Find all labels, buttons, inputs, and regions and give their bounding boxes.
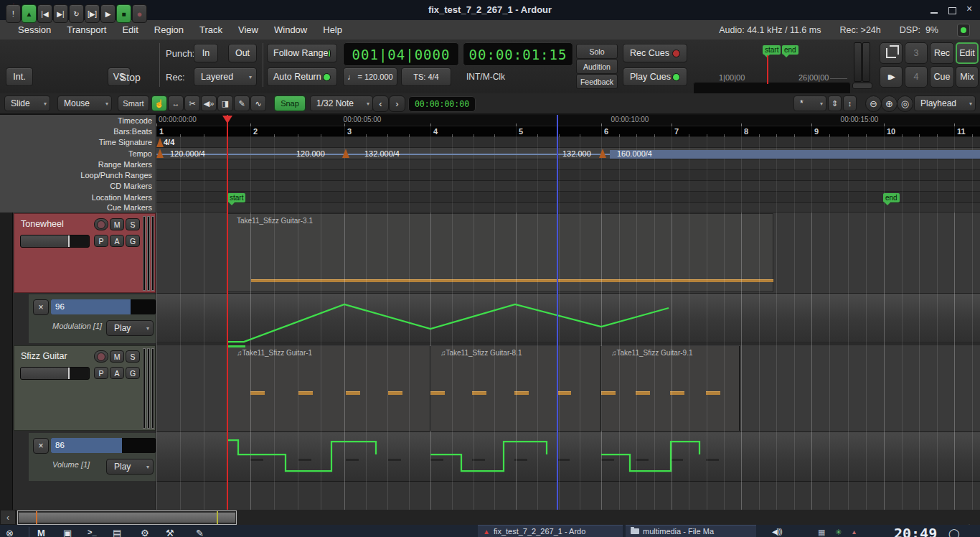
recorder-page-button[interactable]: Rec (930, 42, 954, 64)
timesig-marker-icon[interactable] (156, 138, 164, 147)
metronome-button[interactable]: ▲ (22, 4, 37, 23)
follow-range-button[interactable]: Follow Range (267, 44, 337, 62)
sync-source-button[interactable]: Int. (6, 67, 33, 86)
pencil-icon[interactable]: ✎ (196, 528, 204, 537)
mouse-mode-dropdown[interactable]: Mouse▾ (57, 95, 112, 111)
ruler-row-cue-markers[interactable] (156, 203, 980, 213)
menu-window[interactable]: Window (266, 24, 315, 35)
menu-edit[interactable]: Edit (114, 24, 146, 35)
playlist-button[interactable]: P (94, 367, 108, 379)
draw-tool-button[interactable]: ✎ (234, 95, 250, 111)
playlist-button[interactable]: P (94, 235, 108, 247)
record-button[interactable]: ● (132, 4, 147, 23)
midi-note[interactable] (706, 391, 720, 395)
region-Take11_Sfizz Guitar-1[interactable] (227, 346, 430, 431)
summary-range[interactable] (19, 513, 235, 523)
image-viewer-icon[interactable]: ▣ (63, 528, 72, 537)
midi-note[interactable] (388, 391, 402, 395)
tempo-button[interactable]: ♩ = 120.000 (343, 67, 397, 86)
play-button[interactable]: ▶ (100, 4, 116, 23)
snap-button[interactable]: Snap (274, 95, 306, 111)
rec-cues-button[interactable]: Rec Cues (623, 44, 687, 62)
loop-button[interactable]: ↻ (69, 4, 84, 23)
automation-button[interactable]: A (110, 367, 124, 379)
punch-out-button[interactable]: Out (228, 44, 257, 62)
stretch-tool-button[interactable]: ◨ (217, 95, 233, 111)
midi-note[interactable] (430, 391, 445, 395)
gain-fader[interactable] (20, 235, 90, 248)
stop-button[interactable]: ■ (116, 4, 131, 23)
scene-3-button[interactable]: 3 (905, 42, 928, 64)
error-log-button[interactable] (957, 24, 970, 37)
ruler-row-location-markers[interactable] (156, 192, 980, 203)
nav-prev-button[interactable]: ‹ (372, 95, 389, 112)
midi-note[interactable] (601, 391, 616, 395)
taskbar-item-ardour[interactable]: ▲ fix_test_7_2_267_1 - Ardo (478, 525, 623, 537)
zoom-focus-dropdown[interactable]: Playhead▾ (914, 95, 976, 111)
lane-mode-dropdown[interactable]: Play▾ (106, 459, 154, 475)
mixer-page-button[interactable]: Mix (956, 66, 979, 88)
cue-page-button[interactable]: Cue (930, 66, 954, 88)
midi-note[interactable] (636, 391, 650, 395)
settings-gear-icon[interactable]: ⚙ (141, 528, 149, 537)
record-mode-dropdown[interactable]: Layered▾ (194, 67, 257, 86)
tempo-marker-icon[interactable] (156, 149, 164, 158)
volume-icon[interactable]: ◀))) (772, 528, 782, 536)
lane-close-button[interactable]: × (33, 438, 49, 454)
punch-in-button[interactable]: In (194, 44, 218, 62)
secondary-clock[interactable]: 00:00:01:15 (463, 42, 573, 66)
location-marker-end[interactable]: end (883, 193, 900, 202)
play-cues-button[interactable]: Play Cues (623, 67, 687, 86)
location-marker-start[interactable]: start (227, 193, 245, 202)
zoom-out-button[interactable]: ⊖ (865, 95, 882, 112)
auto-return-button[interactable]: Auto Return (267, 67, 337, 86)
cut-tool-button[interactable]: ✂ (184, 95, 200, 111)
solo-button[interactable]: Solo (576, 44, 618, 59)
volume-value-bar[interactable]: 86 (51, 438, 156, 453)
menu-session[interactable]: Session (10, 24, 59, 35)
monitor-button[interactable]: ▮▶ (880, 66, 903, 88)
midi-note[interactable] (670, 391, 684, 395)
mute-button[interactable]: M (110, 218, 124, 230)
ruler-row-range-markers[interactable] (156, 159, 980, 170)
nav-clock[interactable]: 00:00:00:00 (408, 96, 476, 112)
midi-panic-button[interactable]: ! (6, 4, 21, 23)
taskbar-item-file-manager[interactable]: multimedia - File Ma (626, 525, 756, 537)
midi-note[interactable] (346, 391, 360, 395)
menu-transport[interactable]: Transport (59, 24, 114, 35)
zoom-session-button[interactable]: ◎ (897, 95, 913, 112)
tempo-marker-icon[interactable] (599, 149, 606, 158)
editor-page-button[interactable]: Edit (956, 42, 979, 64)
midi-note[interactable] (472, 391, 486, 395)
selection-tool-button[interactable] (880, 42, 903, 64)
app-launcher-icon[interactable]: M (37, 528, 45, 537)
region-Take11_Sfizz Guitar-9.1[interactable] (601, 346, 740, 431)
tempo-marker-icon[interactable] (342, 149, 349, 158)
marker-filter-dropdown[interactable]: *▾ (793, 95, 826, 111)
logout-icon[interactable]: ⊗ (6, 528, 14, 537)
play-selection-button[interactable]: [▶] (85, 4, 100, 23)
tempo-band[interactable] (610, 150, 980, 159)
modulation-lane-row[interactable] (156, 294, 980, 342)
goto-end-button[interactable]: ▶| (53, 4, 68, 23)
shrink-tracks-button[interactable]: ⇕ (828, 95, 842, 111)
modulation-value-bar[interactable]: 96 (51, 299, 156, 314)
record-enable-button[interactable] (94, 218, 108, 230)
summary-view[interactable] (17, 510, 237, 525)
maximize-button[interactable] (948, 7, 956, 14)
terminal-icon[interactable]: >_ (88, 528, 97, 536)
track-header-sfizz-guitar[interactable]: Sfizz Guitar M S P A G (14, 345, 156, 431)
mini-end-marker[interactable]: end (782, 45, 798, 55)
timesig-button[interactable]: TS: 4/4 (401, 67, 451, 86)
mini-start-marker[interactable]: start (763, 45, 781, 55)
grab-tool-button[interactable]: ☝ (151, 95, 167, 111)
track-name[interactable]: Sfizz Guitar (21, 351, 67, 361)
gain-fader[interactable] (20, 367, 90, 380)
ruler-row-bars-beats[interactable] (156, 126, 980, 137)
nav-next-button[interactable]: › (389, 95, 405, 112)
ruler-row-time-signature[interactable] (156, 137, 980, 148)
ruler-row-cd-markers[interactable] (156, 181, 980, 192)
playhead-line[interactable] (227, 115, 228, 510)
midi-long-note[interactable] (251, 279, 773, 282)
audition-button[interactable]: Audition (576, 59, 618, 74)
